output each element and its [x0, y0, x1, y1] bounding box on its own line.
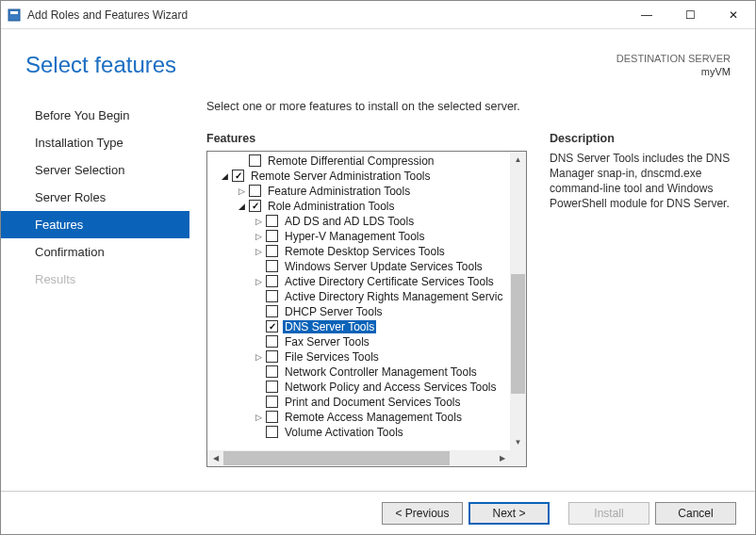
scroll-down-icon[interactable]: ▼	[510, 434, 526, 450]
features-tree[interactable]: ▷Remote Differential Compression◢Remote …	[206, 151, 527, 467]
scroll-left-icon[interactable]: ◀	[207, 450, 223, 466]
destination-server: DESTINATION SERVER myVM	[616, 52, 731, 79]
wizard-step-installation-type[interactable]: Installation Type	[1, 129, 189, 156]
description-text: DNS Server Tools includes the DNS Manage…	[550, 151, 742, 212]
checkbox[interactable]	[266, 381, 278, 393]
checkbox[interactable]	[266, 396, 278, 408]
expand-icon[interactable]: ▷	[253, 412, 264, 423]
window-title: Add Roles and Features Wizard	[27, 8, 625, 22]
tree-node-label[interactable]: Active Directory Rights Management Servi…	[283, 290, 504, 303]
wizard-step-features[interactable]: Features	[1, 211, 189, 238]
next-button[interactable]: Next >	[468, 502, 550, 525]
tree-node-label[interactable]: Hyper-V Management Tools	[283, 230, 427, 243]
checkbox[interactable]	[266, 290, 278, 302]
tree-node[interactable]: ▷AD DS and AD LDS Tools	[207, 214, 510, 229]
checkbox[interactable]	[249, 200, 261, 212]
tree-node-label[interactable]: Network Controller Management Tools	[283, 365, 479, 379]
horizontal-scrollbar[interactable]: ◀ ▶	[207, 450, 510, 466]
checkbox[interactable]	[266, 305, 278, 317]
tree-node[interactable]: ▷Remote Desktop Services Tools	[207, 244, 510, 259]
tree-node[interactable]: ▷Windows Server Update Services Tools	[207, 259, 510, 274]
checkbox[interactable]	[266, 365, 278, 378]
collapse-icon[interactable]: ◢	[219, 170, 230, 182]
checkbox[interactable]	[266, 260, 278, 272]
cancel-button[interactable]: Cancel	[655, 502, 736, 525]
tree-node[interactable]: ▷File Services Tools	[207, 349, 510, 365]
tree-node[interactable]: ◢Remote Server Administration Tools	[207, 169, 510, 184]
tree-node[interactable]: ▷DNS Server Tools	[207, 319, 510, 334]
expand-icon[interactable]: ▷	[253, 276, 264, 287]
tree-node[interactable]: ▷Active Directory Certificate Services T…	[207, 274, 510, 289]
features-label: Features	[206, 132, 527, 145]
tree-node[interactable]: ▷Hyper-V Management Tools	[207, 229, 510, 244]
tree-node[interactable]: ▷Remote Differential Compression	[207, 154, 510, 169]
app-icon	[7, 8, 22, 23]
checkbox[interactable]	[266, 215, 278, 227]
checkbox[interactable]	[266, 350, 278, 363]
expand-icon[interactable]: ▷	[253, 216, 264, 227]
tree-node-label[interactable]: Role Administration Tools	[266, 200, 397, 213]
tree-node-label[interactable]: File Services Tools	[283, 350, 381, 364]
checkbox[interactable]	[266, 275, 278, 287]
expand-icon[interactable]: ▷	[253, 246, 264, 257]
checkbox[interactable]	[266, 320, 278, 332]
tree-node[interactable]: ▷DHCP Server Tools	[207, 304, 510, 319]
tree-node-label[interactable]: Feature Administration Tools	[266, 185, 412, 198]
tree-node[interactable]: ▷Network Controller Management Tools	[207, 365, 510, 380]
tree-node[interactable]: ▷Network Policy and Access Services Tool…	[207, 380, 510, 395]
tree-node-label[interactable]: Remote Server Administration Tools	[249, 170, 433, 183]
checkbox[interactable]	[232, 170, 244, 182]
checkbox[interactable]	[266, 335, 278, 348]
tree-node[interactable]: ▷Active Directory Rights Management Serv…	[207, 289, 510, 304]
checkbox[interactable]	[249, 185, 261, 197]
expand-icon[interactable]: ▷	[236, 186, 247, 197]
expand-icon[interactable]: ▷	[253, 231, 264, 242]
collapse-icon[interactable]: ◢	[236, 201, 247, 212]
footer: < Previous Next > Install Cancel	[1, 491, 755, 534]
tree-node-label[interactable]: Remote Differential Compression	[266, 154, 436, 168]
description-label: Description	[550, 132, 742, 145]
vertical-scrollbar[interactable]: ▲ ▼	[510, 152, 526, 450]
tree-node[interactable]: ▷Volume Activation Tools	[207, 425, 510, 440]
expand-icon[interactable]: ▷	[253, 351, 264, 363]
dest-value: myVM	[616, 65, 731, 78]
tree-node-label[interactable]: Remote Desktop Services Tools	[283, 245, 447, 258]
title-bar: Add Roles and Features Wizard — ☐ ✕	[1, 1, 755, 29]
previous-button[interactable]: < Previous	[382, 502, 463, 525]
install-button: Install	[568, 502, 649, 525]
wizard-step-server-roles[interactable]: Server Roles	[1, 184, 189, 211]
maximize-button[interactable]: ☐	[668, 1, 712, 29]
scroll-up-icon[interactable]: ▲	[510, 152, 526, 168]
tree-node[interactable]: ▷Fax Server Tools	[207, 334, 510, 349]
tree-node-label[interactable]: DHCP Server Tools	[283, 305, 385, 318]
wizard-steps-sidebar: Before You BeginInstallation TypeServer …	[1, 100, 189, 503]
tree-node-label[interactable]: AD DS and AD LDS Tools	[283, 215, 416, 228]
wizard-step-before-you-begin[interactable]: Before You Begin	[1, 102, 189, 129]
minimize-button[interactable]: —	[625, 1, 668, 29]
checkbox[interactable]	[266, 426, 278, 438]
dest-label: DESTINATION SERVER	[616, 52, 731, 65]
tree-node[interactable]: ◢Role Administration Tools	[207, 199, 510, 214]
tree-node[interactable]: ▷Print and Document Services Tools	[207, 395, 510, 410]
wizard-step-confirmation[interactable]: Confirmation	[1, 238, 189, 266]
tree-node-label[interactable]: Print and Document Services Tools	[283, 396, 463, 409]
wizard-step-results: Results	[1, 266, 189, 293]
scroll-right-icon[interactable]: ▶	[494, 450, 510, 466]
tree-node[interactable]: ▷Feature Administration Tools	[207, 184, 510, 199]
intro-text: Select one or more features to install o…	[206, 100, 742, 113]
page-title: Select features	[25, 52, 176, 78]
tree-node-label[interactable]: Fax Server Tools	[283, 335, 371, 349]
checkbox[interactable]	[249, 154, 261, 167]
tree-node-label[interactable]: Remote Access Management Tools	[283, 411, 464, 424]
wizard-step-server-selection[interactable]: Server Selection	[1, 156, 189, 184]
tree-node-label[interactable]: Active Directory Certificate Services To…	[283, 275, 496, 288]
checkbox[interactable]	[266, 245, 278, 257]
tree-node[interactable]: ▷Remote Access Management Tools	[207, 410, 510, 425]
close-button[interactable]: ✕	[712, 1, 755, 29]
tree-node-label[interactable]: Volume Activation Tools	[283, 426, 405, 439]
checkbox[interactable]	[266, 230, 278, 242]
tree-node-label[interactable]: Network Policy and Access Services Tools	[283, 381, 499, 394]
tree-node-label[interactable]: Windows Server Update Services Tools	[283, 260, 485, 273]
tree-node-label[interactable]: DNS Server Tools	[283, 320, 376, 333]
checkbox[interactable]	[266, 411, 278, 423]
